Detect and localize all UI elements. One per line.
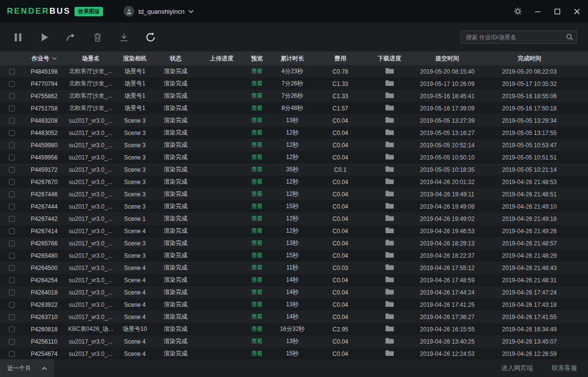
- table-row[interactable]: P4267442 su2017_vr3.0_... Scene 1 渲染完成 查…: [0, 213, 588, 225]
- row-checkbox[interactable]: [9, 179, 15, 185]
- row-checkbox[interactable]: [9, 167, 15, 173]
- folder-icon[interactable]: [385, 215, 394, 221]
- row-checkbox[interactable]: [9, 277, 15, 283]
- table-row[interactable]: P4755862 北欧客厅沙发_... 场景号1 渲染完成 查看 7分26秒 C…: [0, 90, 588, 102]
- minimize-icon[interactable]: [533, 7, 542, 16]
- preview-link[interactable]: 查看: [251, 276, 263, 283]
- preview-link[interactable]: 查看: [251, 313, 263, 320]
- preview-link[interactable]: 查看: [251, 264, 263, 271]
- row-checkbox[interactable]: [9, 130, 15, 136]
- preview-link[interactable]: 查看: [251, 325, 263, 332]
- row-checkbox[interactable]: [9, 155, 15, 161]
- date-range-dropdown[interactable]: 近一个月: [0, 359, 54, 377]
- folder-icon[interactable]: [385, 313, 394, 320]
- table-row[interactable]: P4459172 su2017_vr3.0_... Scene 3 渲染完成 查…: [0, 163, 588, 176]
- folder-icon[interactable]: [385, 300, 394, 307]
- folder-icon[interactable]: [385, 350, 394, 356]
- table-row[interactable]: P4751758 北欧客厅沙发_... 场景号1 渲染完成 查看 8分48秒 C…: [0, 102, 588, 114]
- folder-icon[interactable]: [385, 325, 394, 332]
- folder-icon[interactable]: [385, 251, 394, 258]
- table-row[interactable]: P4267446 su2017_vr3.0_... Scene 3 渲染完成 查…: [0, 188, 588, 200]
- table-row[interactable]: P4263710 su2017_vr3.0_... Scene 4 渲染完成 查…: [0, 311, 588, 323]
- table-row[interactable]: P4267670 su2017_vr3.0_... Scene 3 渲染完成 查…: [0, 176, 588, 188]
- folder-icon[interactable]: [385, 129, 394, 135]
- folder-icon[interactable]: [385, 190, 394, 197]
- table-row[interactable]: P4267414 su2017_vr3.0_... Scene 4 渲染完成 查…: [0, 225, 588, 237]
- preview-link[interactable]: 查看: [251, 227, 263, 234]
- row-checkbox[interactable]: [9, 253, 15, 259]
- table-row[interactable]: P4264500 su2017_vr3.0_... Scene 4 渲染完成 查…: [0, 262, 588, 274]
- preview-link[interactable]: 查看: [251, 154, 263, 161]
- preview-link[interactable]: 查看: [251, 350, 263, 357]
- preview-link[interactable]: 查看: [251, 190, 263, 197]
- search-input[interactable]: [460, 30, 577, 44]
- folder-icon[interactable]: [385, 239, 394, 246]
- table-row[interactable]: P4463052 su2017_vr3.0_... Scene 3 渲染完成 查…: [0, 127, 588, 139]
- row-checkbox[interactable]: [9, 241, 15, 246]
- row-checkbox[interactable]: [9, 326, 15, 332]
- preview-link[interactable]: 查看: [251, 338, 263, 345]
- row-checkbox[interactable]: [9, 339, 15, 345]
- row-checkbox[interactable]: [9, 351, 15, 357]
- table-row[interactable]: P4260818 KBC展0426_场... 场景号10 渲染完成 查看 16分…: [0, 323, 588, 335]
- user-menu[interactable]: td_quanshiyincn: [124, 6, 194, 17]
- refresh-button[interactable]: [145, 31, 156, 43]
- row-checkbox[interactable]: [9, 228, 15, 234]
- contact-support-link[interactable]: 联系客服: [552, 364, 577, 373]
- preview-link[interactable]: 查看: [251, 92, 263, 99]
- preview-link[interactable]: 查看: [251, 289, 263, 296]
- folder-icon[interactable]: [385, 104, 394, 111]
- maximize-icon[interactable]: [553, 7, 562, 16]
- row-checkbox[interactable]: [9, 118, 15, 124]
- download-button[interactable]: [118, 31, 130, 43]
- preview-link[interactable]: 查看: [251, 80, 263, 87]
- preview-link[interactable]: 查看: [251, 215, 263, 222]
- job-filter-chevron-icon[interactable]: [52, 57, 57, 60]
- delete-trash-button[interactable]: [92, 31, 103, 43]
- row-checkbox[interactable]: [9, 106, 15, 111]
- preview-link[interactable]: 查看: [251, 105, 263, 111]
- folder-icon[interactable]: [385, 92, 394, 99]
- preview-link[interactable]: 查看: [251, 240, 263, 246]
- preview-link[interactable]: 查看: [251, 68, 263, 75]
- preview-link[interactable]: 查看: [251, 301, 263, 308]
- preview-link[interactable]: 查看: [251, 166, 263, 173]
- row-checkbox[interactable]: [9, 216, 15, 222]
- folder-icon[interactable]: [385, 202, 394, 209]
- preview-link[interactable]: 查看: [251, 117, 263, 124]
- table-row[interactable]: P4256110 su2017_vr3.0_... Scene 4 渲染完成 查…: [0, 335, 588, 348]
- folder-icon[interactable]: [385, 116, 394, 123]
- folder-icon[interactable]: [385, 67, 394, 74]
- play-button[interactable]: [39, 31, 51, 43]
- table-row[interactable]: P4265766 su2017_vr3.0_... Scene 3 渲染完成 查…: [0, 237, 588, 249]
- chevron-down-icon[interactable]: [188, 10, 194, 13]
- row-checkbox[interactable]: [9, 265, 15, 271]
- preview-link[interactable]: 查看: [251, 129, 263, 136]
- preview-link[interactable]: 查看: [251, 252, 263, 259]
- folder-icon[interactable]: [385, 178, 394, 185]
- search-icon[interactable]: [566, 33, 573, 43]
- table-row[interactable]: P4264018 su2017_vr3.0_... Scene 4 渲染完成 查…: [0, 286, 588, 298]
- folder-icon[interactable]: [385, 227, 394, 234]
- table-row[interactable]: P4770794 北欧客厅沙发_... 场景号1 渲染完成 查看 7分26秒 C…: [0, 78, 588, 90]
- preview-link[interactable]: 查看: [251, 141, 263, 148]
- folder-icon[interactable]: [385, 276, 394, 283]
- row-checkbox[interactable]: [9, 69, 15, 75]
- table-row[interactable]: P4459956 su2017_vr3.0_... Scene 3 渲染完成 查…: [0, 151, 588, 163]
- pause-button[interactable]: [12, 31, 24, 43]
- preview-link[interactable]: 查看: [251, 178, 263, 185]
- row-checkbox[interactable]: [9, 302, 15, 308]
- row-checkbox[interactable]: [9, 191, 15, 197]
- folder-icon[interactable]: [385, 80, 394, 86]
- close-icon[interactable]: [572, 7, 581, 16]
- table-row[interactable]: P4265480 su2017_vr3.0_... Scene 3 渲染完成 查…: [0, 249, 588, 262]
- folder-icon[interactable]: [385, 288, 394, 295]
- settings-gear-icon[interactable]: [513, 7, 522, 16]
- table-row[interactable]: P4845198 北欧客厅沙发_... 场景号1 渲染完成 查看 4分23秒 C…: [0, 65, 588, 78]
- row-checkbox[interactable]: [9, 93, 15, 99]
- column-header-job[interactable]: 作业号: [24, 54, 65, 63]
- web-portal-link[interactable]: 进入网页端: [501, 364, 533, 373]
- table-row[interactable]: P4459980 su2017_vr3.0_... Scene 3 渲染完成 查…: [0, 139, 588, 151]
- folder-icon[interactable]: [385, 337, 394, 344]
- folder-icon[interactable]: [385, 141, 394, 148]
